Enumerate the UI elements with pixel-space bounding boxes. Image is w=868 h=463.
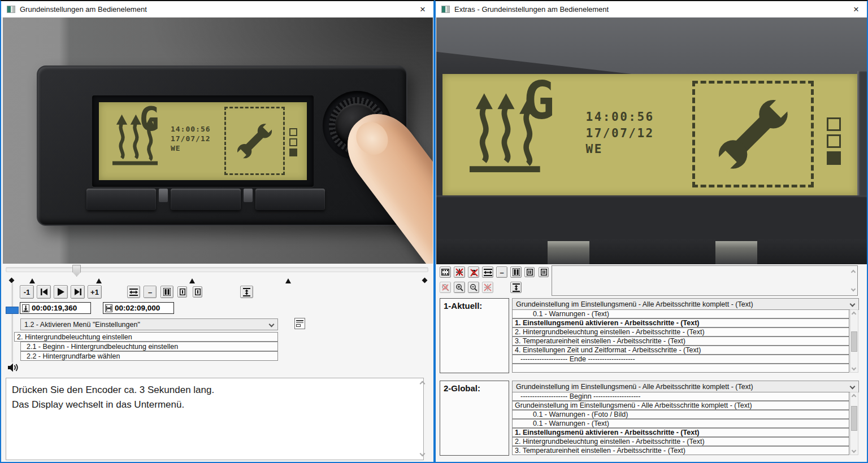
list-item[interactable]: 0.1 - Warnungen - (Text) <box>512 419 849 428</box>
current-time-field[interactable]: 00:00:19,360 <box>20 302 91 314</box>
scrollbar[interactable] <box>850 309 858 373</box>
list-item[interactable]: 4. Einstellungen Zeit und Zeitformat - A… <box>512 346 849 355</box>
scrollbar[interactable] <box>850 392 858 455</box>
scroll-up-icon[interactable] <box>852 394 856 399</box>
fit-height-icon <box>513 283 520 292</box>
scroll-up-icon[interactable] <box>851 270 856 274</box>
scrollbar-thumb[interactable] <box>851 406 857 431</box>
play-button[interactable] <box>54 285 68 299</box>
fit-width-button[interactable] <box>127 286 140 298</box>
scroll-down-icon[interactable] <box>852 366 856 370</box>
chapter-row[interactable]: 2. Hintergrundbeleuchtung einstellen <box>14 332 278 342</box>
zoom-in-icon <box>455 283 463 291</box>
list-item[interactable]: 0.1 - Warnungen - (Foto / Bild) <box>512 410 849 419</box>
forward-one-chapter-button[interactable]: +1 <box>88 285 102 299</box>
lcd-letter-g: G <box>140 103 159 136</box>
step-forward-button[interactable] <box>71 285 85 299</box>
chapter-dropdown-value: 1.2 - Aktivieren Menü "Einstellungen" <box>24 321 140 329</box>
fit-width-button[interactable] <box>482 267 493 278</box>
timeline-marker-diamond[interactable] <box>422 278 427 283</box>
list-item-selected[interactable]: 1. Einstellungsmenü aktivieren - Arbeits… <box>512 318 849 327</box>
two-pane-button[interactable] <box>510 267 522 278</box>
timeline-marker-triangle[interactable] <box>189 278 195 283</box>
chapter-row[interactable]: 2.2 - Hintergrundfarbe wählen <box>20 351 278 361</box>
collapse-button[interactable]: – <box>496 267 507 278</box>
timeline-marker-triangle[interactable] <box>96 278 102 283</box>
filmstrip-icon <box>441 269 449 276</box>
chevron-down-icon <box>269 322 275 327</box>
pane-left-button[interactable] <box>177 286 187 298</box>
step-forward-icon <box>74 288 82 296</box>
list-item-ende[interactable]: -------------------- Ende --------------… <box>512 355 849 364</box>
timeline-marker-diamond[interactable] <box>9 278 15 283</box>
duration-icon <box>105 304 112 312</box>
two-pane-icon <box>513 268 520 276</box>
global-dropdown[interactable]: Grundeinstellung im Einstellungsmenü - A… <box>512 381 859 392</box>
chapter-row[interactable]: 2.1 - Beginn - Hintergrundbeleuchtung ei… <box>20 342 278 351</box>
panel-button <box>86 189 156 210</box>
list-item-selected[interactable]: 1. Einstellungsmenü aktivieren - Arbeits… <box>512 428 849 437</box>
bezel-right <box>857 71 867 198</box>
delete-star-button[interactable] <box>482 282 493 293</box>
pane-icon <box>195 289 201 295</box>
zoom-in-button[interactable] <box>454 282 465 293</box>
aktuell-dropdown[interactable]: Grundeinstellung im Einstellungsmenü - A… <box>512 298 859 310</box>
close-icon[interactable]: × <box>851 5 861 14</box>
collapse-button[interactable]: – <box>144 286 157 298</box>
lcd-clock: 14:00:56 17/07/12 WE <box>171 125 211 154</box>
list-item[interactable]: 3. Temperatureinheit einstellen - Arbeit… <box>512 337 849 346</box>
delete-zoom-button[interactable]: Z <box>468 267 479 278</box>
zoom-out-button[interactable] <box>468 282 479 293</box>
window-title: Grundeinstellungen am Bedienelement <box>20 5 147 14</box>
list-item-empty[interactable] <box>512 364 849 373</box>
back-one-chapter-button[interactable]: -1 <box>20 285 34 299</box>
page-box <box>827 134 841 148</box>
two-pane-button[interactable] <box>160 286 173 298</box>
list-item[interactable]: 0.1 - Warnungen - (Text) <box>512 309 849 318</box>
scroll-up-icon[interactable] <box>852 312 856 316</box>
instruction-box[interactable]: Drücken Sie den Encoder ca. 3 Sekunden l… <box>6 378 424 460</box>
fit-width-icon <box>484 269 492 276</box>
close-icon[interactable]: × <box>418 5 428 14</box>
wrench-icon <box>232 112 277 170</box>
aktuell-dropdown-value: Grundeinstellung im Einstellungsmenü - A… <box>516 300 753 308</box>
timeline-marker-triangle[interactable] <box>29 278 35 283</box>
seek-bar[interactable] <box>6 267 428 272</box>
fit-height-button[interactable] <box>510 282 522 293</box>
pause-pane-button[interactable] <box>524 267 535 277</box>
window-grundeinstellungen: Grundeinstellungen am Bedienelement × G … <box>0 0 435 463</box>
app-icon <box>7 6 15 13</box>
page-box-active <box>827 151 841 165</box>
pause-pane-button[interactable] <box>539 267 549 277</box>
zoom-reset-button[interactable] <box>440 282 451 293</box>
total-time-field[interactable]: 00:02:09,000 <box>103 302 174 314</box>
filmstrip-button[interactable] <box>440 267 451 278</box>
list-item[interactable]: Grundeinstellung im Einstellungsmenü - A… <box>512 401 849 410</box>
list-item[interactable]: 3. Temperatureinheit einstellen - Arbeit… <box>512 446 849 455</box>
video-frame-photo: G 14:00:56 17/07/12 WE <box>3 18 433 264</box>
list-item-beginn[interactable]: -------------------- Beginn ------------… <box>512 392 849 401</box>
titlebar[interactable]: Grundeinstellungen am Bedienelement × <box>1 1 433 17</box>
list-item[interactable]: 2. Hintergrundbeleuchtung einstellen - A… <box>512 327 849 337</box>
red-x-icon <box>468 267 480 278</box>
delete-marker-button[interactable] <box>454 267 465 278</box>
chapter-notes-button[interactable] <box>294 318 305 329</box>
scrollbar-thumb[interactable] <box>851 331 857 352</box>
speaker-icon[interactable] <box>7 362 19 373</box>
step-back-button[interactable] <box>37 285 51 299</box>
timeline-marker-triangle[interactable] <box>285 278 291 283</box>
preview-box[interactable] <box>552 265 858 296</box>
pane-right-button[interactable] <box>193 286 202 298</box>
seek-thumb[interactable] <box>72 265 81 277</box>
zoom-out-icon <box>470 283 478 291</box>
panel-button <box>436 239 548 264</box>
volume-slider-track[interactable] <box>11 283 13 362</box>
lcd-page-indicator <box>827 117 841 165</box>
fit-height-button[interactable] <box>240 286 253 298</box>
chapter-dropdown[interactable]: 1.2 - Aktivieren Menü "Einstellungen" <box>20 318 278 330</box>
titlebar[interactable]: Extras - Grundeinstellungen am Bedienele… <box>436 1 867 17</box>
scroll-down-icon[interactable] <box>851 287 856 291</box>
volume-slider-thumb[interactable] <box>6 307 19 314</box>
scroll-down-icon[interactable] <box>852 448 856 453</box>
list-item[interactable]: 2. Hintergrundbeleuchtung einstellen - A… <box>512 437 849 446</box>
